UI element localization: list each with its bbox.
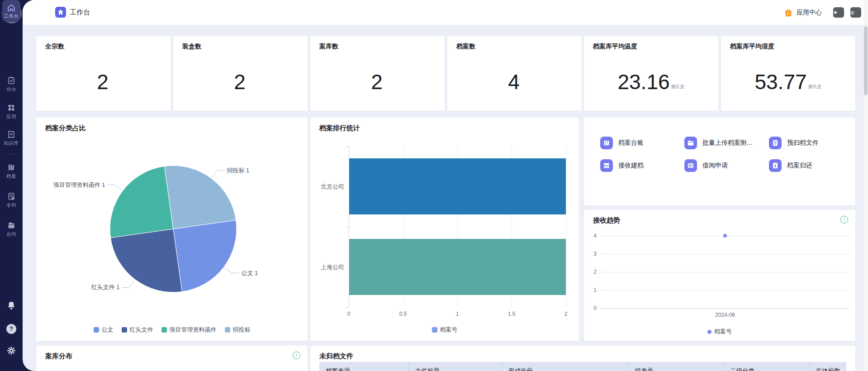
home-icon-glyph: [57, 9, 64, 15]
quick-action-label: 档案台账: [618, 139, 644, 147]
y-axis-category-label: 北京公司: [310, 183, 344, 191]
settings-gear-icon[interactable]: [6, 346, 16, 356]
stat-card-value: 2: [371, 71, 383, 92]
return-document-icon: [769, 159, 782, 172]
y-axis-tick: [599, 290, 602, 290]
stat-card-boxes: 装盒数 2: [173, 36, 308, 111]
quick-action-borrow-request[interactable]: 借阅申请: [684, 159, 728, 172]
y-axis-tick: [599, 254, 602, 254]
home-icon: [2, 3, 20, 12]
legend-item[interactable]: 红头文件: [122, 326, 153, 334]
x-axis-tick-label: 2024-06: [707, 312, 743, 318]
sidebar-item-label: 合同: [0, 231, 23, 238]
stat-card-title: 档案库平均湿度: [730, 43, 774, 51]
info-icon[interactable]: [293, 352, 300, 359]
contract-folder-icon: [0, 221, 23, 230]
sidebar-item-patents[interactable]: 专利: [0, 192, 23, 209]
quick-action-label: 预归档文件: [787, 139, 819, 147]
bar-legend: 档案号: [310, 326, 579, 334]
svg-text:AI: AI: [10, 133, 13, 136]
ai-book-icon: AI: [0, 130, 23, 139]
home-icon[interactable]: [55, 7, 66, 18]
sidebar: 工作台 待办 应用 AI 知识库 档案: [0, 0, 23, 371]
pie-legend: 公文红头文件项目管理资料函件招投标: [36, 326, 308, 334]
x-axis-tick-label: 2: [559, 311, 573, 317]
stat-card-value: 2: [97, 71, 109, 92]
legend-item[interactable]: 档案号: [707, 328, 732, 336]
quick-action-archive-return[interactable]: 档案归还: [769, 159, 812, 172]
pie-slice[interactable]: [165, 166, 236, 229]
stat-card-value: 2: [234, 71, 246, 92]
sidebar-item-workbench[interactable]: 工作台: [2, 0, 20, 22]
panel-title: 案库分布: [45, 352, 72, 361]
pie-slice-label: 项目管理资料函件 1: [53, 181, 105, 188]
sidebar-item-archives[interactable]: 档案: [0, 163, 23, 180]
legend-item[interactable]: 档案号: [432, 326, 458, 334]
x-axis-tick-label: 1: [451, 311, 464, 317]
quick-action-batch-upload-attachments[interactable]: 批量上传档案附...: [684, 137, 752, 149]
y-axis-tick-label: 3: [584, 251, 597, 257]
books-icon: [0, 163, 23, 172]
y-axis-tick: [599, 308, 602, 309]
legend-item[interactable]: 招投标: [225, 326, 251, 334]
question-mark-glyph: [6, 324, 16, 334]
data-point[interactable]: [723, 234, 727, 238]
y-axis-tick-label: 4: [584, 233, 597, 239]
receive-trend-chart: 012342024-06: [584, 210, 855, 341]
table-column-header: 文件标题: [409, 362, 502, 371]
sidebar-item-apps[interactable]: 应用: [0, 103, 23, 120]
y-axis-category-label: 上海公司: [310, 263, 344, 271]
legend-swatch: [161, 327, 167, 333]
quick-action-pre-archive-files[interactable]: 预归档文件: [769, 137, 819, 149]
borrow-card-icon: [684, 159, 697, 172]
shopping-bag-icon: [783, 8, 793, 18]
pie-slice[interactable]: [110, 166, 173, 238]
legend-swatch: [94, 327, 99, 333]
panel-title: 未归档文件: [319, 352, 353, 361]
sidebar-item-knowledge-base[interactable]: AI 知识库: [0, 130, 23, 147]
table-column-header: 实体份数: [810, 362, 846, 371]
bar[interactable]: [349, 158, 566, 214]
legend-label: 招投标: [233, 326, 251, 334]
app-launcher-grid-icon[interactable]: [36, 9, 44, 17]
bar[interactable]: [349, 239, 566, 295]
quick-action-receive-filing[interactable]: 接收建档: [600, 159, 644, 172]
ledger-icon: [600, 137, 613, 149]
legend-swatch: [707, 330, 711, 334]
pie-label-leader: [122, 280, 135, 287]
sidebar-item-contracts[interactable]: 合同: [0, 221, 23, 238]
pie-slice[interactable]: [173, 220, 237, 292]
table-column-header: 档案来源: [319, 362, 409, 371]
legend-swatch: [225, 327, 230, 333]
sidebar-item-label: 知识库: [0, 140, 23, 147]
unarchived-files-panel: 未归档文件 档案来源文件标题形成年份组卷号二级分类实体份数: [310, 346, 855, 371]
stat-card-title: 档案数: [456, 43, 475, 51]
scrollbar-thumb[interactable]: [864, 26, 868, 95]
legend-label: 档案号: [714, 328, 732, 336]
stat-card-total-fonds: 全宗数 2: [36, 36, 171, 111]
pie-label-leader: [224, 268, 239, 273]
stat-card-value: 23.16: [617, 71, 669, 92]
stat-card-avg-temperature: 档案库平均温度 23.16摄氏度: [584, 36, 718, 111]
stat-card-title: 全宗数: [45, 43, 64, 51]
y-axis-tick: [346, 307, 349, 308]
sidebar-item-todo[interactable]: 待办: [0, 76, 23, 93]
collection-list-icon[interactable]: [850, 7, 861, 18]
app-center-button[interactable]: 应用中心: [783, 0, 822, 25]
legend-item[interactable]: 项目管理资料函件: [161, 326, 217, 334]
quick-action-label: 接收建档: [618, 162, 644, 170]
x-axis-tick-label: 0: [342, 311, 356, 317]
receive-trend-panel: 接收趋势 012342024-06 档案号: [584, 210, 855, 341]
legend-label: 档案号: [440, 326, 458, 334]
sidebar-item-label: 待办: [0, 86, 23, 93]
notifications-bell-icon[interactable]: [6, 300, 16, 310]
y-axis-tick: [346, 227, 349, 227]
pie-slice[interactable]: [110, 229, 182, 292]
legend-item[interactable]: 公文: [94, 326, 114, 334]
help-icon[interactable]: [6, 324, 16, 334]
y-axis-tick: [599, 272, 602, 272]
patent-document-icon: [0, 192, 23, 201]
favorites-folder-icon[interactable]: [833, 7, 844, 18]
quick-action-archive-ledger[interactable]: 档案台账: [600, 137, 644, 149]
x-axis-tick-label: 0.5: [396, 311, 410, 317]
